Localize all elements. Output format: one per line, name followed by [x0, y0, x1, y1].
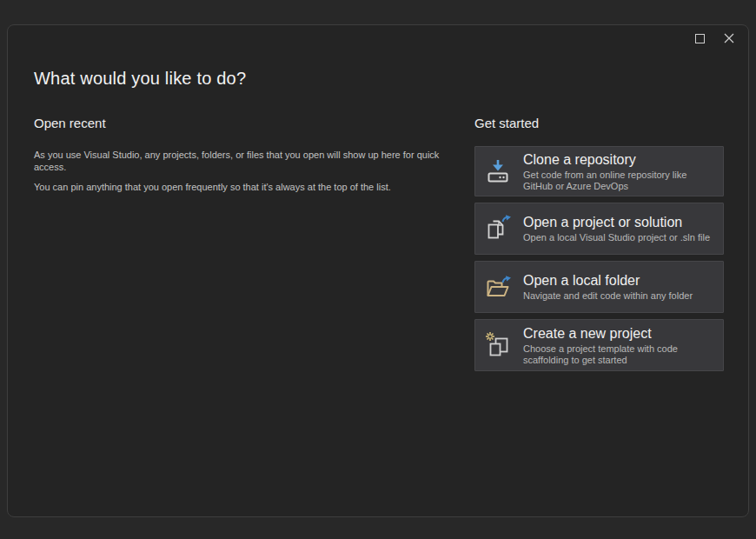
new-project-icon	[482, 330, 514, 360]
close-icon	[724, 33, 734, 43]
close-button[interactable]	[714, 27, 744, 50]
clone-repository-card[interactable]: Clone a repository Get code from an onli…	[474, 146, 724, 196]
new-project-title: Create a new project	[523, 325, 714, 342]
maximize-button[interactable]	[685, 27, 714, 50]
open-project-icon	[482, 214, 514, 243]
new-project-card[interactable]: Create a new project Choose a project te…	[474, 319, 724, 371]
clone-repository-icon	[482, 156, 514, 186]
open-folder-description: Navigate and edit code within any folder	[523, 290, 693, 302]
clone-repository-title: Clone a repository	[523, 151, 714, 168]
open-recent-description-line-1: As you use Visual Studio, any projects, …	[34, 149, 456, 173]
get-started-section: Get started Clone a repository Get code …	[474, 116, 724, 371]
open-recent-description-line-2: You can pin anything that you open frequ…	[34, 181, 456, 193]
get-started-heading: Get started	[474, 116, 724, 131]
vs-start-window: What would you like to do? Open recent A…	[7, 24, 749, 517]
open-project-card[interactable]: Open a project or solution Open a local …	[474, 203, 724, 255]
open-project-title: Open a project or solution	[523, 214, 710, 230]
open-folder-title: Open a local folder	[523, 272, 693, 289]
maximize-icon	[695, 34, 705, 43]
open-folder-card[interactable]: Open a local folder Navigate and edit co…	[474, 261, 724, 313]
page-title: What would you like to do?	[34, 69, 246, 89]
get-started-actions: Clone a repository Get code from an onli…	[474, 146, 724, 371]
clone-repository-description: Get code from an online repository like …	[523, 170, 714, 192]
open-recent-section: Open recent As you use Visual Studio, an…	[34, 116, 456, 193]
new-project-description: Choose a project template with code scaf…	[523, 343, 714, 366]
open-recent-heading: Open recent	[34, 116, 456, 131]
open-project-description: Open a local Visual Studio project or .s…	[523, 232, 710, 243]
open-folder-icon	[482, 272, 514, 302]
window-controls	[685, 27, 744, 50]
